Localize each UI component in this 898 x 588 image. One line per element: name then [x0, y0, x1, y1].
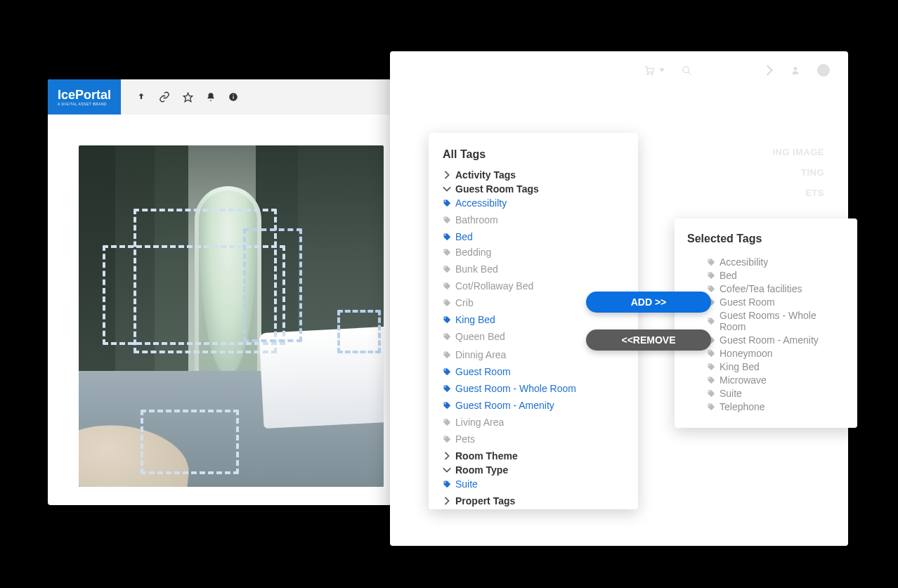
tag-icon	[443, 199, 451, 207]
toolbar	[121, 91, 238, 103]
tag-icon	[443, 351, 451, 359]
tag-icon	[443, 248, 451, 256]
tag-icon	[707, 271, 715, 280]
selected-tag-item[interactable]: Guest Room - Amenity	[707, 333, 845, 346]
tree-group-label: Guest Room Tags	[455, 183, 539, 195]
add-button[interactable]: ADD >>	[586, 292, 711, 313]
tree-group-label: Propert Tags	[455, 495, 515, 507]
tag-icon	[443, 367, 451, 376]
tag-label: Bed	[455, 231, 473, 242]
selected-tag-item[interactable]: Honeymoon	[707, 346, 845, 360]
tag-item[interactable]: Cot/Rollaway Bed	[443, 279, 624, 293]
tag-icon	[707, 403, 715, 411]
tag-label: Queen Bed	[455, 331, 505, 342]
svg-rect-2	[233, 96, 233, 99]
tag-label: Living Area	[455, 417, 504, 428]
selected-tag-label: Cofee/Tea facilities	[720, 283, 802, 294]
star-icon[interactable]	[183, 92, 193, 103]
tag-icon	[443, 233, 451, 241]
tree-group-label: Activity Tags	[455, 169, 516, 181]
selected-tag-label: Guest Room - Amenity	[720, 334, 819, 346]
tag-label: Bathroom	[455, 214, 498, 226]
avatar[interactable]	[817, 64, 830, 77]
tree-group-label: Room Type	[455, 464, 508, 476]
svg-marker-0	[183, 93, 193, 102]
user-icon[interactable]	[790, 65, 800, 75]
chevron-right-icon	[443, 497, 451, 505]
selected-tag-label: Guest Room	[720, 296, 775, 308]
chevron-right-icon	[443, 452, 451, 460]
cart-icon[interactable]	[644, 65, 655, 76]
info-icon[interactable]	[228, 92, 238, 102]
selected-tag-item[interactable]: Guest Room	[707, 295, 845, 308]
tag-label: Crib	[455, 297, 474, 308]
tag-icon	[443, 401, 451, 410]
logo[interactable]: IcePortal A DIGITAL ASSET BRAND	[48, 79, 121, 115]
tag-item[interactable]: Guest Room - Whole Room	[443, 381, 624, 396]
search-icon[interactable]	[682, 65, 692, 76]
tag-label: Cot/Rollaway Bed	[455, 280, 533, 292]
selected-tag-item[interactable]: Bed	[707, 268, 845, 282]
tree-group-room_type[interactable]: Room Type	[443, 464, 624, 476]
tree-group-room_theme[interactable]: Room Theme	[443, 450, 624, 462]
tag-item[interactable]: Bedding	[443, 245, 624, 259]
tag-item[interactable]: Bed	[443, 230, 624, 244]
tag-label: Bedding	[455, 247, 491, 258]
chevron-right-icon	[443, 171, 451, 179]
tag-icon	[443, 265, 451, 273]
tag-item[interactable]: Guest Room - Amenity	[443, 398, 624, 412]
tag-icon	[443, 332, 451, 341]
selected-tag-item[interactable]: Guest Rooms - Whole Room	[707, 308, 845, 333]
tag-icon	[443, 418, 451, 426]
tag-item[interactable]: Accessibilty	[443, 196, 624, 210]
tag-icon	[443, 282, 451, 290]
selected-tag-item[interactable]: Accesibility	[707, 255, 845, 268]
tag-item[interactable]: Bathroom	[443, 213, 624, 227]
bell-icon[interactable]	[206, 92, 216, 102]
link-icon[interactable]	[159, 91, 170, 103]
tag-label: King Bed	[455, 314, 495, 325]
tag-label: Pets	[455, 433, 475, 445]
tree-group-activity[interactable]: Activity Tags	[443, 169, 624, 181]
tree-group-property[interactable]: Propert Tags	[443, 495, 624, 507]
tag-item[interactable]: Suite	[443, 477, 624, 491]
svg-point-6	[683, 66, 689, 72]
upload-icon[interactable]	[136, 92, 146, 102]
tag-label: Guest Room - Amenity	[455, 400, 554, 411]
tree-group-guest_room[interactable]: Guest Room Tags	[443, 183, 624, 195]
chevron-right-icon[interactable]	[765, 65, 774, 76]
hotel-room-image[interactable]	[79, 145, 384, 487]
tag-icon	[443, 315, 451, 324]
selected-tag-item[interactable]: King Bed	[707, 360, 845, 373]
detection-box	[243, 228, 302, 342]
selected-tag-label: Honeymoon	[720, 348, 773, 359]
tag-item[interactable]: Bunk Bed	[443, 262, 624, 276]
selected-tag-item[interactable]: Telephone	[707, 400, 845, 413]
ghost-tab-text: TING	[801, 167, 824, 178]
tag-label: Guest Room - Whole Room	[455, 383, 576, 394]
svg-point-5	[651, 73, 653, 74]
detection-box	[337, 310, 381, 353]
selected-tag-item[interactable]: Suite	[707, 386, 845, 400]
ghost-tabs: ING IMAGE TING ETS	[772, 147, 824, 198]
tree-group-label: Room Theme	[455, 450, 518, 462]
transfer-buttons: ADD >> <<REMOVE	[586, 292, 711, 351]
tag-icon	[443, 435, 451, 443]
caret-down-icon[interactable]	[659, 67, 665, 73]
image-area	[48, 115, 391, 505]
remove-button[interactable]: <<REMOVE	[586, 329, 711, 351]
selected-tag-item[interactable]: Microwave	[707, 373, 845, 386]
tag-item[interactable]: Living Area	[443, 415, 624, 429]
tag-label: Dinnig Area	[455, 349, 506, 360]
tag-item[interactable]: Guest Room	[443, 365, 624, 379]
selected-tag-label: Bed	[720, 270, 737, 281]
app-window: IcePortal A DIGITAL ASSET BRAND	[48, 79, 391, 505]
tag-icon	[443, 216, 451, 224]
selected-tag-label: Suite	[720, 388, 742, 399]
selected-tag-item[interactable]: Cofee/Tea facilities	[707, 282, 845, 295]
chevron-down-icon	[443, 186, 451, 192]
selected-tags-title: Selected Tags	[687, 233, 845, 245]
ghost-tab-text: ING IMAGE	[772, 147, 824, 157]
tag-label: Guest Room	[455, 366, 511, 377]
tag-item[interactable]: Pets	[443, 432, 624, 446]
